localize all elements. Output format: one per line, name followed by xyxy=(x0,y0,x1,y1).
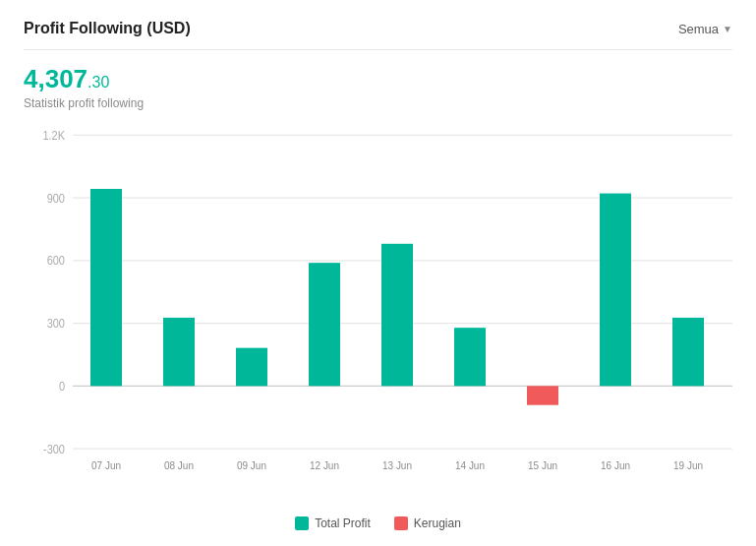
svg-text:13 Jun: 13 Jun xyxy=(382,458,412,471)
bar-12jun xyxy=(309,263,340,386)
stats-section: 4,307.30 Statistik profit following xyxy=(24,64,732,110)
chart-area: 1.2K 900 600 300 0 -300 07 Jun xyxy=(24,124,732,505)
svg-text:15 Jun: 15 Jun xyxy=(528,458,557,471)
bar-07jun xyxy=(90,189,122,386)
chevron-down-icon: ▼ xyxy=(723,24,732,34)
profit-value: 4,307.30 xyxy=(24,64,732,94)
bar-09jun xyxy=(236,348,267,387)
svg-text:900: 900 xyxy=(47,191,66,205)
chart-legend: Total Profit Kerugian xyxy=(24,513,732,530)
profit-decimal: .30 xyxy=(87,74,109,91)
chart-header: Profit Following (USD) Semua ▼ xyxy=(24,20,732,50)
svg-text:12 Jun: 12 Jun xyxy=(310,458,339,471)
bar-chart: 1.2K 900 600 300 0 -300 07 Jun xyxy=(24,124,732,505)
legend-label-loss: Kerugian xyxy=(414,516,461,530)
main-container: Profit Following (USD) Semua ▼ 4,307.30 … xyxy=(0,0,756,546)
svg-text:08 Jun: 08 Jun xyxy=(164,458,194,471)
chart-title: Profit Following (USD) xyxy=(24,20,191,37)
stats-subtitle: Statistik profit following xyxy=(24,96,732,110)
legend-total-profit: Total Profit xyxy=(295,516,371,530)
profit-main: 4,307 xyxy=(24,64,87,93)
bar-14jun xyxy=(454,328,486,386)
legend-kerugian: Kerugian xyxy=(394,516,461,530)
bar-16jun xyxy=(600,194,631,387)
svg-text:19 Jun: 19 Jun xyxy=(673,458,703,471)
dropdown-semua[interactable]: Semua ▼ xyxy=(678,22,732,36)
svg-text:600: 600 xyxy=(47,254,66,268)
dropdown-label: Semua xyxy=(678,22,719,36)
bar-15jun xyxy=(527,386,558,404)
svg-text:-300: -300 xyxy=(43,442,65,455)
svg-text:07 Jun: 07 Jun xyxy=(91,458,121,471)
svg-text:14 Jun: 14 Jun xyxy=(455,458,485,471)
svg-text:300: 300 xyxy=(47,316,66,330)
legend-box-profit xyxy=(295,516,309,530)
svg-text:1.2K: 1.2K xyxy=(42,128,65,142)
bar-19jun xyxy=(672,318,704,386)
legend-box-loss xyxy=(394,516,408,530)
legend-label-profit: Total Profit xyxy=(315,516,371,530)
bar-13jun xyxy=(381,244,413,387)
svg-text:0: 0 xyxy=(59,379,66,393)
bar-08jun xyxy=(163,318,195,386)
svg-text:16 Jun: 16 Jun xyxy=(601,458,630,471)
svg-text:09 Jun: 09 Jun xyxy=(237,458,266,471)
